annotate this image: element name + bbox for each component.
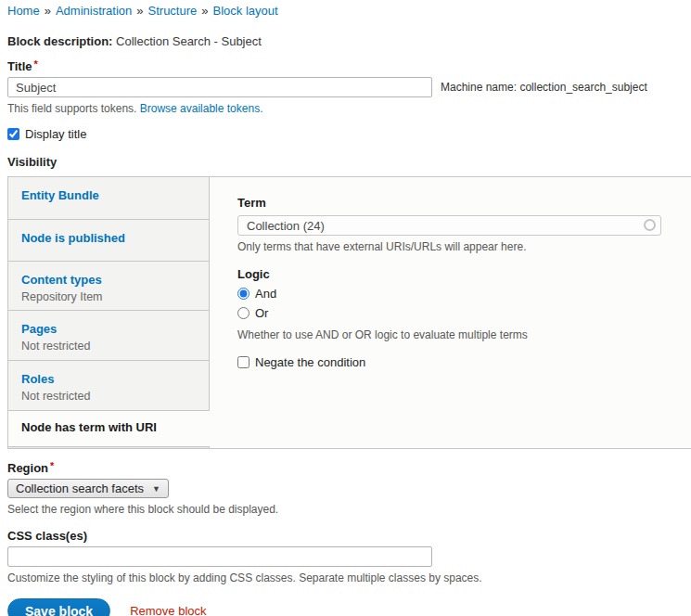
machine-name: Machine name: collection_search_subject (441, 81, 647, 94)
negate-condition-checkbox[interactable] (237, 356, 250, 368)
tab-menu-filler (8, 447, 209, 448)
tab-node-is-published[interactable]: Node is published (8, 220, 209, 262)
tab-pages[interactable]: Pages Not restricted (8, 311, 209, 361)
region-field-group: Region* Collection search facets ▼ Selec… (7, 461, 691, 516)
breadcrumb-link-block-layout[interactable]: Block layout (213, 4, 278, 18)
region-select[interactable]: Collection search facets ▼ (7, 479, 169, 498)
title-help: This field supports tokens. Browse avail… (7, 102, 691, 115)
tab-entity-bundle[interactable]: Entity Bundle (8, 177, 209, 220)
display-title-label[interactable]: Display title (25, 127, 86, 141)
chevron-down-icon: ▼ (152, 484, 160, 494)
breadcrumb-link-administration[interactable]: Administration (56, 4, 132, 18)
term-autocomplete-input[interactable] (237, 215, 661, 236)
tab-node-has-term-with-uri[interactable]: Node has term with URI (8, 411, 210, 447)
region-help: Select the region where this block shoul… (7, 503, 691, 516)
term-label: Term (237, 196, 670, 210)
tab-summary: Repository Item (21, 290, 198, 304)
logic-and-label[interactable]: And (255, 287, 276, 301)
css-classes-label: CSS class(es) (7, 529, 87, 543)
logic-help: Whether to use AND or OR logic to evalua… (237, 328, 670, 341)
block-description: Block description: Collection Search - S… (7, 34, 691, 48)
save-block-button[interactable]: Save block (7, 598, 110, 616)
title-input[interactable] (7, 77, 432, 97)
title-help-text: This field supports tokens. (7, 102, 140, 115)
title-label: Title (7, 59, 32, 73)
css-classes-help: Customize the styling of this block by a… (7, 571, 691, 584)
breadcrumb-link-home[interactable]: Home (7, 4, 40, 18)
tab-label: Node is published (21, 231, 198, 246)
breadcrumb-link-structure[interactable]: Structure (148, 4, 198, 18)
required-marker: * (50, 460, 54, 471)
visibility-tab-menu: Entity Bundle Node is published Content … (8, 177, 210, 448)
tab-label: Roles (21, 372, 198, 387)
tab-content-types[interactable]: Content types Repository Item (8, 262, 209, 311)
negate-condition-label[interactable]: Negate the condition (255, 355, 365, 369)
tab-roles[interactable]: Roles Not restricted (8, 361, 209, 411)
visibility-heading: Visibility (7, 155, 691, 169)
block-description-label: Block description: (7, 34, 112, 48)
block-configure-page: Home»Administration»Structure»Block layo… (0, 0, 691, 616)
required-marker: * (34, 58, 38, 70)
breadcrumb-separator: » (201, 4, 208, 18)
breadcrumb-separator: » (45, 4, 51, 18)
logic-or-radio[interactable] (237, 307, 250, 319)
visibility-vertical-tabs: Entity Bundle Node is published Content … (7, 176, 691, 449)
autocomplete-throbber-icon (644, 219, 656, 231)
tab-summary: Not restricted (21, 340, 198, 353)
tab-label: Entity Bundle (21, 188, 198, 203)
remove-block-link[interactable]: Remove block (130, 604, 206, 616)
term-help: Only terms that have external URIs/URLs … (237, 240, 670, 253)
display-title-group: Display title (7, 127, 691, 141)
visibility-tab-panel: Term Only terms that have external URIs/… (210, 177, 691, 448)
tab-label: Content types (21, 273, 198, 288)
negate-group: Negate the condition (237, 355, 670, 369)
form-actions: Save block Remove block (7, 598, 691, 616)
browse-tokens-link[interactable]: Browse available tokens. (140, 102, 263, 115)
logic-and-radio[interactable] (237, 288, 250, 300)
logic-or-label[interactable]: Or (255, 306, 268, 320)
logic-group: Logic And Or Whether to use AND or OR lo… (237, 267, 670, 341)
css-field-group: CSS class(es) Customize the styling of t… (7, 529, 691, 584)
tab-label: Pages (21, 322, 198, 337)
breadcrumb: Home»Administration»Structure»Block layo… (7, 4, 691, 18)
region-select-value: Collection search facets (16, 481, 144, 495)
tab-summary: Not restricted (21, 390, 198, 404)
display-title-checkbox[interactable] (7, 128, 19, 140)
region-label: Region (7, 461, 48, 475)
block-description-value: Collection Search - Subject (116, 34, 262, 48)
title-field-group: Title* Machine name: collection_search_s… (7, 59, 691, 115)
breadcrumb-separator: » (136, 4, 143, 18)
css-classes-input[interactable] (7, 546, 432, 567)
logic-label: Logic (237, 267, 670, 281)
tab-label: Node has term with URI (21, 420, 198, 435)
